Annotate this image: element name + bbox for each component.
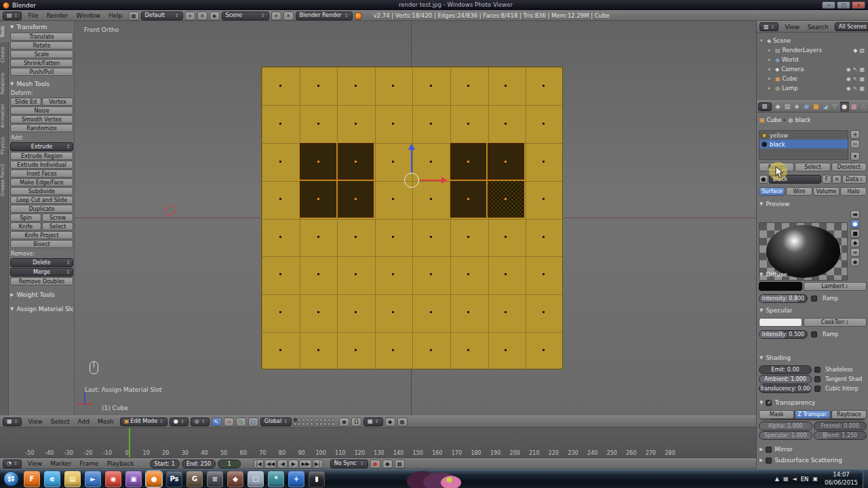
tool-smooth-vertex[interactable]: Smooth Vertex bbox=[10, 115, 73, 123]
layer-19[interactable] bbox=[328, 422, 331, 426]
taskbar-photo-viewer[interactable]: ▣ bbox=[125, 471, 142, 487]
merge-menu[interactable]: Merge bbox=[10, 268, 73, 277]
breadcrumb-material[interactable]: black bbox=[795, 117, 811, 123]
emit-slider[interactable]: Emit: 0.00 bbox=[759, 365, 812, 374]
face-4-1[interactable] bbox=[299, 218, 336, 256]
minimize-button[interactable]: ─ bbox=[822, 1, 835, 9]
tab-particles[interactable]: ∴ bbox=[859, 102, 868, 112]
tool-noise[interactable]: Noise bbox=[10, 106, 73, 115]
diffuse-shader-dropdown[interactable]: Lambert↕ bbox=[804, 282, 867, 291]
face-6-4[interactable] bbox=[412, 293, 450, 331]
language-indicator[interactable]: EN bbox=[801, 476, 809, 483]
timeline-ruler[interactable]: -50-40-30-20-100102030405060708090100110… bbox=[0, 428, 756, 458]
lock-to-scene-icon[interactable]: ◉ bbox=[339, 418, 349, 426]
expand-icon[interactable]: ▸ bbox=[768, 47, 773, 53]
pointer-icon[interactable]: ↖ bbox=[853, 76, 858, 82]
face-2-1[interactable] bbox=[299, 142, 336, 180]
menu-window[interactable]: Window bbox=[73, 12, 105, 19]
outliner-item-camera[interactable]: ▸◆Camera◉↖▦ bbox=[757, 64, 868, 74]
toolshelf-tab-animation[interactable]: Animation bbox=[0, 99, 9, 133]
delete-menu[interactable]: Delete bbox=[10, 258, 73, 267]
expand-icon[interactable]: ▸ bbox=[768, 76, 773, 81]
transparency-mode-mask[interactable]: Mask bbox=[759, 410, 794, 419]
keying-set-icon[interactable]: ◆ bbox=[382, 460, 393, 468]
tool-extrude-individual[interactable]: Extrude Individual bbox=[10, 161, 73, 169]
face-3-6[interactable] bbox=[487, 180, 524, 218]
eye-icon[interactable]: ◉ bbox=[846, 76, 851, 82]
specular-ramp-checkbox[interactable] bbox=[811, 331, 817, 338]
face-6-3[interactable] bbox=[374, 293, 412, 331]
mirror-checkbox[interactable] bbox=[766, 447, 772, 453]
specular-shader-dropdown[interactable]: CookTorr↕ bbox=[804, 318, 867, 327]
face-1-0[interactable] bbox=[262, 105, 299, 143]
prev-keyframe-button[interactable]: ◀◀ bbox=[264, 460, 277, 468]
type-volume-button[interactable]: Volume bbox=[813, 187, 840, 196]
tool-bisect[interactable]: Bisect bbox=[10, 240, 73, 248]
transparency-checkbox[interactable] bbox=[766, 400, 772, 406]
face-6-1[interactable] bbox=[299, 293, 336, 331]
panel-header-preview[interactable]: ▼Preview bbox=[760, 201, 789, 207]
face-1-1[interactable] bbox=[299, 105, 336, 143]
tool-select[interactable]: Select bbox=[42, 222, 73, 230]
transparency-mode-z-transpar[interactable]: Z Transpar. bbox=[795, 410, 830, 419]
face-7-0[interactable] bbox=[262, 331, 299, 369]
shadeless-checkbox[interactable] bbox=[814, 367, 821, 373]
material-slot-black[interactable]: black bbox=[760, 140, 848, 148]
face-1-2[interactable] bbox=[337, 105, 374, 143]
pointer-icon[interactable]: ↖ bbox=[853, 66, 858, 73]
layer-20[interactable] bbox=[332, 422, 335, 426]
layer-18[interactable] bbox=[323, 422, 327, 426]
render-engine-dropdown[interactable]: Blender Render↕ bbox=[296, 12, 353, 20]
preview-sphere-button[interactable]: ● bbox=[850, 220, 860, 228]
outliner-item-world[interactable]: ▸◉World bbox=[757, 55, 868, 64]
face-5-3[interactable] bbox=[374, 256, 412, 293]
tool-subdivide[interactable]: Subdivide bbox=[10, 187, 73, 195]
face-1-3[interactable] bbox=[374, 105, 412, 143]
select-button[interactable]: Select bbox=[795, 163, 830, 171]
face-0-0[interactable] bbox=[262, 67, 299, 105]
volume-icon[interactable]: ◄ bbox=[793, 476, 797, 482]
show-hidden-icons-button[interactable]: ▲ bbox=[775, 476, 779, 482]
menu-file[interactable]: File bbox=[24, 12, 42, 19]
outliner-item-scene[interactable]: ▾◈Scene bbox=[757, 36, 868, 45]
face-5-7[interactable] bbox=[525, 256, 562, 293]
editor-type-button[interactable]: ▤↕ bbox=[3, 12, 22, 20]
face-0-7[interactable] bbox=[525, 67, 562, 105]
mesh-plane[interactable] bbox=[261, 66, 563, 369]
taskbar-file-explorer[interactable]: ▤ bbox=[64, 471, 81, 487]
face-3-0[interactable] bbox=[262, 180, 299, 218]
viewport-shading-dropdown[interactable]: ●↕ bbox=[170, 418, 189, 426]
tab-material[interactable]: ● bbox=[840, 102, 849, 112]
toolshelf-tab-grease-pencil[interactable]: Grease Pencil bbox=[0, 159, 9, 201]
preview-monkey-button[interactable]: ◆ bbox=[850, 239, 860, 247]
expand-icon[interactable]: ▸ bbox=[768, 66, 773, 72]
current-frame-field[interactable]: 1 bbox=[218, 460, 241, 468]
face-4-7[interactable] bbox=[525, 218, 562, 256]
face-5-2[interactable] bbox=[337, 256, 374, 293]
layer-8[interactable] bbox=[302, 422, 305, 426]
face-1-6[interactable] bbox=[487, 105, 524, 143]
screen-layout-dropdown[interactable]: Default↕ bbox=[141, 12, 183, 20]
tray-clock[interactable]: 14:07 06/06/2015 bbox=[825, 471, 858, 486]
outliner-filter-dropdown[interactable]: All Scenes↕ bbox=[835, 22, 868, 31]
cubic-interp-checkbox[interactable] bbox=[814, 386, 821, 392]
start-button[interactable] bbox=[3, 471, 19, 487]
face-6-5[interactable] bbox=[450, 293, 487, 331]
tool-scale[interactable]: Scale bbox=[10, 50, 73, 58]
tool-vertex[interactable]: Vertex bbox=[42, 98, 73, 106]
face-4-0[interactable] bbox=[262, 218, 299, 256]
menu-mesh[interactable]: Mesh bbox=[94, 418, 118, 425]
face-5-1[interactable] bbox=[299, 256, 336, 293]
layer-9[interactable] bbox=[306, 422, 309, 426]
menu-add[interactable]: Add bbox=[74, 418, 94, 425]
delete-scene-button[interactable]: × bbox=[283, 12, 294, 20]
expand-icon[interactable]: ▸ bbox=[768, 85, 773, 91]
face-0-6[interactable] bbox=[487, 67, 524, 105]
browse-layouts-icon[interactable]: ▦ bbox=[129, 12, 139, 20]
ambient-slider[interactable]: Ambient: 1.000 bbox=[759, 375, 812, 384]
face-3-2[interactable] bbox=[337, 180, 374, 218]
taskbar-explorer-window[interactable]: □ bbox=[248, 471, 264, 487]
face-4-6[interactable] bbox=[487, 218, 524, 256]
type-surface-button[interactable]: Surface bbox=[759, 187, 785, 196]
face-5-6[interactable] bbox=[487, 256, 524, 293]
